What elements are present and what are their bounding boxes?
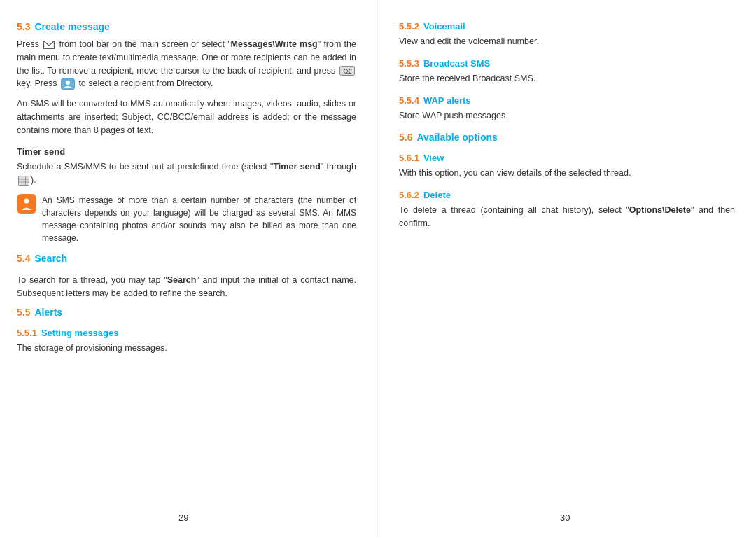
backspace-key-icon: ⌫ bbox=[340, 66, 355, 76]
timer-after: " through bbox=[321, 162, 356, 172]
section-54-title: Search bbox=[34, 253, 67, 264]
section-552-num: 5.5.2 bbox=[399, 21, 419, 32]
para1-before: Press bbox=[17, 39, 39, 49]
right-page-number: 30 bbox=[560, 512, 570, 523]
section-562-num: 5.6.2 bbox=[399, 190, 419, 200]
para1-bold: Messages\Write msg bbox=[231, 39, 318, 49]
section-54-para: To search for a thread, you may tap "Sea… bbox=[17, 274, 356, 300]
section-53-title: Create message bbox=[34, 21, 109, 32]
timer-before: Schedule a SMS/MMS to be sent out at pre… bbox=[17, 162, 273, 172]
timer-send-para: Schedule a SMS/MMS to be sent out at pre… bbox=[17, 160, 356, 187]
section-562-para: To delete a thread (containing all chat … bbox=[399, 204, 735, 230]
section-562-heading: 5.6.2 Delete bbox=[399, 190, 735, 200]
section-54-heading: 5.4 Search bbox=[17, 253, 356, 264]
section-53-para1: Press from tool bar on the main screen o… bbox=[17, 38, 356, 90]
warning-icon bbox=[17, 194, 36, 214]
section-53-heading: 5.3 Create message bbox=[17, 21, 356, 32]
section-554-num: 5.5.4 bbox=[399, 95, 419, 106]
section-551-heading: 5.5.1 Setting messages bbox=[17, 328, 356, 338]
svg-rect-5 bbox=[19, 176, 29, 185]
grid-icon bbox=[18, 176, 29, 186]
section-554-heading: 5.5.4 WAP alerts bbox=[399, 95, 735, 106]
section-553-para: Store the received Broadcast SMS. bbox=[399, 72, 735, 85]
delete-before: To delete a thread (containing all chat … bbox=[399, 205, 629, 215]
warning-block: An SMS message of more than a certain nu… bbox=[17, 194, 356, 244]
section-54-num: 5.4 bbox=[17, 253, 30, 264]
section-56-heading: 5.6 Available options bbox=[399, 132, 735, 143]
section-554-title: WAP alerts bbox=[424, 95, 471, 106]
timer-send-heading: Timer send bbox=[17, 146, 356, 157]
section-551-title: Setting messages bbox=[41, 328, 119, 338]
search-before: To search for a thread, you may tap " bbox=[17, 275, 167, 285]
svg-text:⌫: ⌫ bbox=[343, 68, 352, 75]
section-553-num: 5.5.3 bbox=[399, 58, 419, 69]
left-column: 5.3 Create message Press from tool bar o… bbox=[0, 0, 378, 537]
section-554-para: Store WAP push messages. bbox=[399, 109, 735, 123]
section-552-title: Voicemail bbox=[424, 21, 465, 32]
section-561-title: View bbox=[424, 153, 444, 163]
section-553-title: Broadcast SMS bbox=[424, 58, 490, 69]
warning-icon-svg bbox=[19, 196, 34, 211]
svg-point-4 bbox=[66, 81, 70, 85]
envelope-icon bbox=[43, 41, 55, 49]
contacts-icon bbox=[61, 78, 75, 90]
section-53-para2: An SMS will be converted to MMS automati… bbox=[17, 97, 356, 137]
search-bold: Search bbox=[167, 275, 197, 285]
section-552-para: View and edit the voicemail number. bbox=[399, 35, 735, 48]
section-552-heading: 5.5.2 Voicemail bbox=[399, 21, 735, 32]
section-551-para: The storage of provisioning messages. bbox=[17, 342, 356, 355]
delete-bold: Options\Delete bbox=[629, 205, 691, 215]
left-page-number: 29 bbox=[178, 512, 188, 523]
warning-text: An SMS message of more than a certain nu… bbox=[42, 194, 356, 244]
section-561-heading: 5.6.1 View bbox=[399, 153, 735, 163]
section-56-num: 5.6 bbox=[399, 132, 412, 143]
section-55-heading: 5.5 Alerts bbox=[17, 307, 356, 318]
section-562-title: Delete bbox=[424, 190, 451, 200]
right-column: 5.5.2 Voicemail View and edit the voicem… bbox=[378, 0, 756, 537]
timer-bold: Timer send bbox=[273, 162, 320, 172]
section-561-para: With this option, you can view details o… bbox=[399, 167, 735, 180]
section-55-num: 5.5 bbox=[17, 307, 30, 318]
section-56-title: Available options bbox=[416, 132, 497, 143]
section-55-title: Alerts bbox=[34, 307, 62, 318]
section-551-num: 5.5.1 bbox=[17, 328, 37, 338]
svg-point-10 bbox=[24, 198, 29, 203]
section-553-heading: 5.5.3 Broadcast SMS bbox=[399, 58, 735, 69]
section-53-num: 5.3 bbox=[17, 21, 30, 32]
section-561-num: 5.6.1 bbox=[399, 153, 419, 163]
